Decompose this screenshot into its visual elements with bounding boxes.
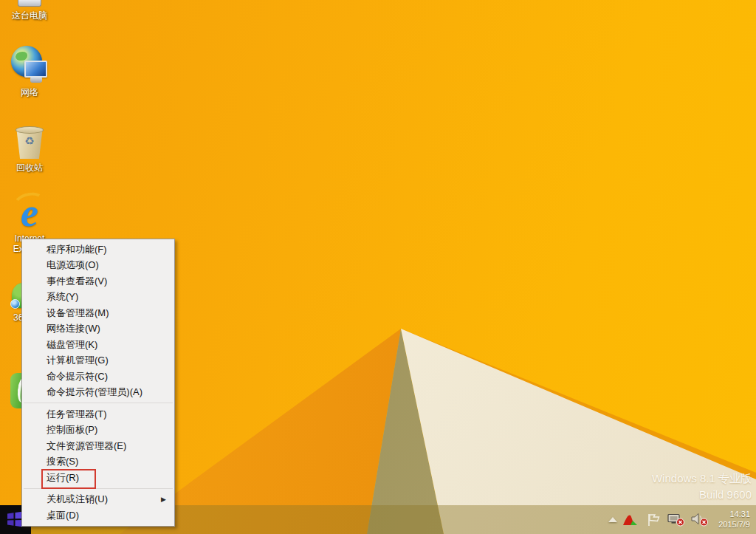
menu-item-power-options[interactable]: 电源选项(O) — [22, 258, 174, 274]
submenu-arrow-icon: ▶ — [161, 496, 166, 503]
recycle-glyph: ♻ — [16, 134, 44, 148]
watermark-edition: Windows 8.1 专业版 — [652, 470, 752, 487]
menu-item-desktop[interactable]: 桌面(D) — [22, 507, 174, 524]
menu-separator — [22, 400, 174, 406]
menu-item-task-manager[interactable]: 任务管理器(T) — [22, 406, 174, 422]
menu-item-programs-features[interactable]: 程序和功能(F) — [22, 242, 174, 258]
clock-time: 14:31 — [718, 510, 750, 520]
menu-item-event-viewer[interactable]: 事件查看器(V) — [22, 273, 174, 290]
desktop-icon-recycle-bin[interactable]: ♻ 回收站 — [1, 126, 58, 173]
network-icon — [11, 46, 48, 83]
chevron-up-icon[interactable] — [608, 517, 617, 522]
menu-item-shutdown-signout[interactable]: 关机或注销(U) ▶ — [22, 492, 174, 508]
action-center-flag-icon[interactable] — [646, 513, 662, 527]
desktop-icon-label: 回收站 — [1, 162, 58, 173]
recycle-bin-icon: ♻ — [16, 126, 44, 160]
menu-item-file-explorer[interactable]: 文件资源管理器(E) — [22, 438, 174, 454]
menu-item-run[interactable]: 运行(R) — [22, 470, 174, 486]
watermark-build: Build 9600 — [652, 487, 752, 503]
menu-separator — [22, 486, 174, 492]
antivirus-tray-icon[interactable] — [622, 513, 641, 526]
menu-item-system[interactable]: 系统(Y) — [22, 290, 174, 306]
clock-date: 2015/7/9 — [718, 520, 750, 530]
menu-item-control-panel[interactable]: 控制面板(P) — [22, 422, 174, 439]
windows-logo-icon — [7, 511, 23, 527]
network-error-icon[interactable] — [667, 513, 685, 527]
tray-clock[interactable]: 14:31 2015/7/9 — [718, 510, 750, 530]
this-pc-icon — [18, 0, 41, 7]
menu-item-disk-management[interactable]: 磁盘管理(K) — [22, 337, 174, 353]
menu-item-command-prompt[interactable]: 命令提示符(C) — [22, 369, 174, 385]
monitor-icon — [24, 61, 47, 78]
desktop-icon-label: 网络 — [1, 87, 58, 97]
menu-item-computer-management[interactable]: 计算机管理(G) — [22, 353, 174, 369]
menu-item-network-connections[interactable]: 网络连接(W) — [22, 321, 174, 338]
desktop-icon-network[interactable]: 网络 — [1, 46, 58, 97]
internet-explorer-icon: e — [11, 195, 48, 233]
windows-watermark: Windows 8.1 专业版 Build 9600 — [652, 470, 752, 503]
desktop-icon-label: 这台电脑 — [1, 10, 58, 21]
menu-item-command-prompt-admin[interactable]: 命令提示符(管理员)(A) — [22, 385, 174, 401]
volume-error-icon[interactable] — [690, 513, 709, 527]
menu-item-device-manager[interactable]: 设备管理器(M) — [22, 305, 174, 321]
menu-item-search[interactable]: 搜索(S) — [22, 454, 174, 470]
winx-context-menu: 程序和功能(F) 电源选项(O) 事件查看器(V) 系统(Y) 设备管理器(M)… — [21, 239, 175, 527]
system-tray: 14:31 2015/7/9 — [608, 505, 756, 534]
desktop-icon-this-pc[interactable]: 这台电脑 — [1, 0, 58, 21]
